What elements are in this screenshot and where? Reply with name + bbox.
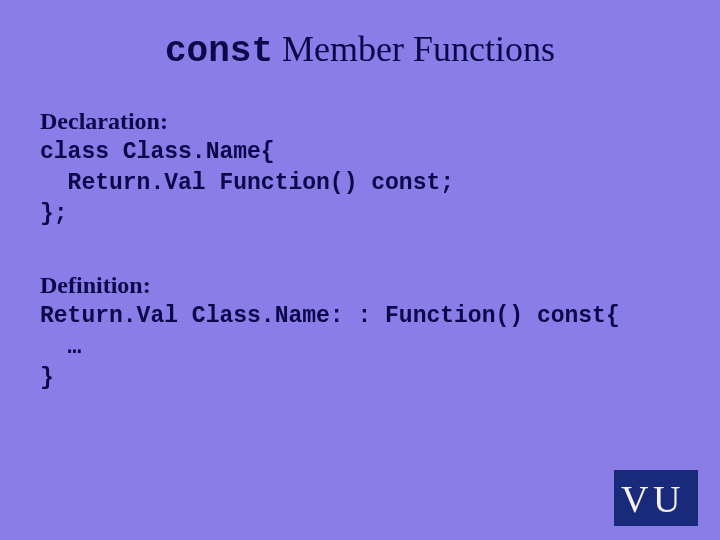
slide: const Member Functions Declaration: clas… <box>0 0 720 540</box>
declaration-label: Declaration: <box>40 108 680 135</box>
vu-logo: V U <box>614 470 698 526</box>
definition-code: Return.Val Class.Name: : Function() cons… <box>40 301 680 394</box>
svg-text:V: V <box>621 478 649 520</box>
declaration-block: Declaration: class Class.Name{ Return.Va… <box>40 108 680 230</box>
vu-logo-icon: V U <box>619 476 693 520</box>
definition-label: Definition: <box>40 272 680 299</box>
definition-block: Definition: Return.Val Class.Name: : Fun… <box>40 272 680 394</box>
slide-title: const Member Functions <box>40 28 680 72</box>
svg-text:U: U <box>653 478 680 520</box>
title-rest: Member Functions <box>273 29 555 69</box>
declaration-code: class Class.Name{ Return.Val Function() … <box>40 137 680 230</box>
title-keyword: const <box>165 31 273 72</box>
